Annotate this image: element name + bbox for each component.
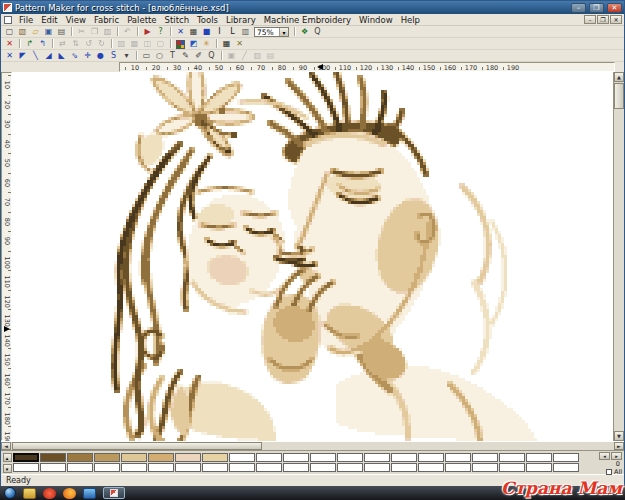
bead-icon[interactable]: ● <box>94 50 107 61</box>
view-sheet-icon[interactable]: ▥ <box>239 26 252 37</box>
child-window-icon[interactable] <box>4 16 12 24</box>
palette-swatch[interactable] <box>445 463 471 472</box>
french-knot-icon[interactable]: ✛ <box>81 50 94 61</box>
overview-window-icon[interactable]: ❖ <box>298 26 311 37</box>
scroll-right-button[interactable]: ► <box>614 442 624 450</box>
palette-swatch[interactable] <box>553 463 579 472</box>
vertical-scroll-thumb[interactable] <box>614 83 624 109</box>
move-selection-icon[interactable]: ↱ <box>23 38 36 49</box>
explorer-icon[interactable] <box>23 488 36 499</box>
menu-tools[interactable]: Tools <box>193 15 222 25</box>
menu-window[interactable]: Window <box>355 15 397 25</box>
palette-swatch[interactable] <box>256 453 282 462</box>
palette-swatch[interactable] <box>94 453 120 462</box>
palette-swatch[interactable] <box>121 463 147 472</box>
palette-swatch[interactable] <box>337 463 363 472</box>
palette-swatch[interactable] <box>310 463 336 472</box>
eyedropper-icon[interactable]: ✐ <box>192 50 205 61</box>
menu-help[interactable]: Help <box>397 15 424 25</box>
select-rectangle-icon[interactable]: ▭ <box>140 50 153 61</box>
half-stitch-top-icon[interactable]: ◤ <box>16 50 29 61</box>
view-solid-icon[interactable]: ■ <box>200 26 213 37</box>
palette-swatch[interactable] <box>40 463 66 472</box>
palette-scroll-down-button[interactable]: ▾ <box>3 464 12 473</box>
show-grid-icon[interactable]: ▦ <box>220 38 233 49</box>
palette-colors-icon[interactable] <box>174 38 187 49</box>
palette-swatch[interactable] <box>229 463 255 472</box>
zoom-select-combo[interactable]: 75%▾ <box>254 27 289 37</box>
palette-swatch[interactable] <box>94 463 120 472</box>
full-stitch-icon[interactable]: ✕ <box>3 50 16 61</box>
half-stitch-icon[interactable]: ╲ <box>29 50 42 61</box>
cross-stitch-pattern[interactable] <box>12 72 613 441</box>
palette-swatch[interactable] <box>553 453 579 462</box>
zoom-dropdown-arrow-icon[interactable]: ▾ <box>279 28 288 36</box>
view-information-i-icon[interactable]: I <box>213 26 226 37</box>
palette-swatch[interactable] <box>418 463 444 472</box>
palette-swatch[interactable] <box>391 453 417 462</box>
horizontal-scroll-thumb[interactable] <box>12 442 262 450</box>
palette-swatch[interactable] <box>175 463 201 472</box>
view-information-l-icon[interactable]: L <box>226 26 239 37</box>
palette-swatch[interactable] <box>526 453 552 462</box>
opera-browser-icon[interactable] <box>43 488 56 499</box>
view-symbols-icon[interactable]: ▦ <box>187 26 200 37</box>
pattern-canvas-area[interactable] <box>12 72 613 441</box>
child-minimize-button[interactable]: – <box>584 15 596 24</box>
view-stitches-icon[interactable]: ✕ <box>174 26 187 37</box>
select-lasso-icon[interactable]: ○ <box>153 50 166 61</box>
highlight-color-icon[interactable]: ✳ <box>200 38 213 49</box>
palette-swatch[interactable] <box>202 463 228 472</box>
zoom-tool-icon[interactable]: Q <box>205 50 218 61</box>
menu-view[interactable]: View <box>62 15 90 25</box>
delete-color-icon[interactable]: ✕ <box>233 38 246 49</box>
help-icon[interactable]: ? <box>154 26 167 37</box>
quarter-stitch-icon[interactable]: ◣ <box>55 50 68 61</box>
palette-swatch[interactable] <box>256 463 282 472</box>
palette-swatch[interactable] <box>202 453 228 462</box>
menu-library[interactable]: Library <box>222 15 260 25</box>
open-template-icon[interactable]: ▧ <box>16 26 29 37</box>
palette-swatch[interactable] <box>418 453 444 462</box>
replace-color-icon[interactable]: ◩ <box>187 38 200 49</box>
palette-page-left-button[interactable]: ◂ <box>599 452 610 460</box>
delete-stitches-icon[interactable]: ✕ <box>3 38 16 49</box>
palette-swatch[interactable] <box>148 453 174 462</box>
palette-swatch[interactable] <box>175 453 201 462</box>
duplicate-selection-icon[interactable]: ↰ <box>36 38 49 49</box>
palette-swatch[interactable] <box>391 463 417 472</box>
palette-swatch[interactable] <box>364 453 390 462</box>
special-stitch-dropdown-icon[interactable]: ▾ <box>120 50 133 61</box>
half-stitch-bottom-icon[interactable]: ◢ <box>42 50 55 61</box>
menu-edit[interactable]: Edit <box>37 15 61 25</box>
new-icon[interactable]: ▢ <box>3 26 16 37</box>
media-player-icon[interactable] <box>83 488 96 499</box>
minimize-button[interactable]: – <box>571 3 586 13</box>
palette-swatch[interactable] <box>121 453 147 462</box>
maximize-button[interactable]: ❐ <box>589 3 604 13</box>
palette-swatch[interactable] <box>283 453 309 462</box>
scroll-left-button[interactable]: ◄ <box>1 442 11 450</box>
scroll-up-button[interactable]: ▲ <box>614 72 624 82</box>
firefox-browser-icon[interactable] <box>63 488 76 499</box>
palette-swatch[interactable] <box>13 463 39 472</box>
child-close-button[interactable]: ✕ <box>610 15 622 24</box>
palette-swatch[interactable] <box>67 453 93 462</box>
palette-page-right-button[interactable]: ▸ <box>611 452 622 460</box>
zoom-magnifier-icon[interactable]: Q <box>311 26 324 37</box>
menu-fabric[interactable]: Fabric <box>90 15 123 25</box>
palette-swatch[interactable] <box>67 463 93 472</box>
palette-swatch[interactable] <box>148 463 174 472</box>
palette-swatch[interactable] <box>364 463 390 472</box>
start-button[interactable] <box>4 487 16 499</box>
palette-swatch[interactable] <box>229 453 255 462</box>
back-stitch-icon[interactable]: ⇘ <box>68 50 81 61</box>
horizontal-scrollbar[interactable]: ◄ ► <box>1 441 624 450</box>
palette-swatch[interactable] <box>310 453 336 462</box>
palette-swatch[interactable] <box>499 463 525 472</box>
menu-machine-embroidery[interactable]: Machine Embroidery <box>260 15 355 25</box>
open-icon[interactable]: ▱ <box>29 26 42 37</box>
menu-stitch[interactable]: Stitch <box>161 15 193 25</box>
close-button[interactable]: ✕ <box>607 3 622 13</box>
palette-swatch[interactable] <box>472 453 498 462</box>
